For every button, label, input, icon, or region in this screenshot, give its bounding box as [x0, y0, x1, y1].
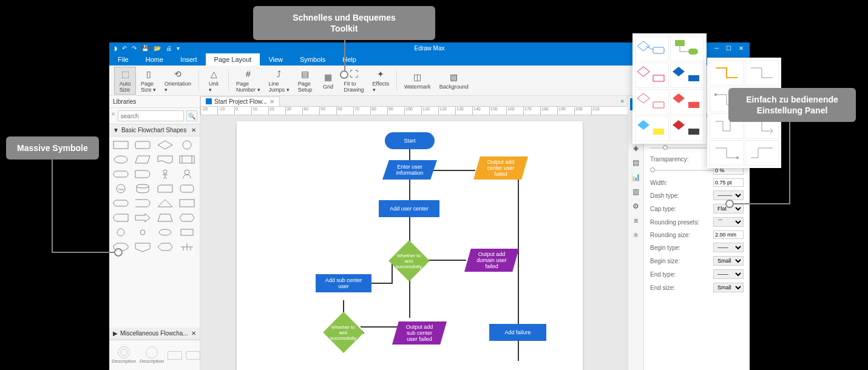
search-button[interactable]: 🔍 — [186, 110, 197, 121]
select-begint[interactable]: —— — [713, 243, 744, 252]
shape-rect3[interactable] — [178, 226, 196, 238]
select-endt[interactable]: —— — [713, 269, 744, 279]
menu-file[interactable]: File — [109, 53, 137, 66]
input-rounds[interactable] — [713, 230, 744, 239]
shape-tree[interactable] — [178, 241, 196, 253]
qat-more-icon[interactable]: ▾ — [177, 45, 180, 52]
svg-text:Yes: Yes — [118, 187, 124, 191]
shape-penta[interactable] — [134, 241, 152, 253]
shape-doc[interactable] — [156, 153, 174, 166]
svg-rect-43 — [180, 200, 194, 207]
shape-rect2[interactable] — [178, 197, 196, 209]
shape-disk[interactable] — [178, 183, 196, 195]
ribbon-orientation[interactable]: ⟲Orientation▾ — [161, 67, 195, 94]
menu-view[interactable]: View — [260, 53, 291, 66]
shape-diamond[interactable] — [156, 139, 174, 151]
label-rounds: Rounding size: — [650, 232, 690, 238]
search-input[interactable] — [118, 110, 184, 121]
strip-setting-icon[interactable]: ⚙ — [630, 200, 642, 212]
shape-oval[interactable] — [156, 226, 174, 238]
template-item[interactable] — [710, 60, 744, 86]
document-tab[interactable]: Start Project Flow... ✕ — [200, 96, 280, 106]
shape-tri[interactable] — [156, 197, 174, 209]
shape-db[interactable] — [134, 183, 152, 195]
strip-table-icon[interactable]: ▥ — [630, 186, 642, 198]
shape-yes[interactable]: Yes — [112, 183, 130, 195]
templates-flowchart — [632, 33, 707, 144]
shape-person[interactable] — [156, 168, 174, 180]
strip-page-icon[interactable]: ▤ — [630, 156, 642, 169]
strip-layers-icon[interactable]: ◈ — [630, 142, 642, 154]
select-begins[interactable]: Small — [713, 256, 744, 266]
slider-transparency[interactable] — [650, 170, 713, 171]
shape-roundrect[interactable] — [134, 139, 152, 151]
ribbon-watermark[interactable]: ◫Watermark — [401, 70, 435, 91]
shape-para[interactable] — [134, 153, 152, 166]
save-icon[interactable]: 💾 — [141, 45, 149, 52]
shape-card[interactable] — [156, 183, 174, 195]
menu-home[interactable]: Home — [137, 53, 172, 66]
shape-stored[interactable] — [178, 153, 196, 166]
undo-icon[interactable]: ↶ — [122, 45, 127, 52]
strip-more-icon[interactable]: ⚛ — [630, 229, 642, 241]
template-item[interactable] — [670, 36, 704, 61]
strip-chart-icon[interactable]: 📊 — [630, 171, 642, 183]
template-item[interactable] — [635, 116, 669, 141]
template-item[interactable] — [670, 89, 704, 115]
shape-display[interactable] — [156, 241, 174, 253]
ribbon-page-setup[interactable]: ▤PageSetup — [294, 67, 316, 94]
strip-align-icon[interactable]: ≡ — [630, 215, 642, 227]
shape-arrow[interactable] — [134, 212, 152, 224]
ribbon-page-size[interactable]: ▯PageSize ▾ — [137, 67, 160, 94]
print-icon[interactable]: 🖨 — [166, 45, 172, 52]
template-item[interactable] — [635, 89, 669, 115]
menu-page-layout[interactable]: Page Layout — [206, 53, 260, 66]
ribbon-unit[interactable]: △Unit▾ — [203, 67, 225, 94]
accordion-basic-shapes[interactable]: ▼ Basic Flowchart Shapes ✕ — [109, 124, 200, 136]
redo-icon[interactable]: ↷ — [132, 45, 137, 52]
menu-help[interactable]: Help — [334, 53, 365, 66]
shape-trap[interactable] — [156, 212, 174, 224]
minimize-icon[interactable]: ─ — [714, 45, 719, 52]
template-item[interactable] — [745, 140, 779, 166]
shape-half[interactable] — [134, 197, 152, 209]
input-width[interactable] — [713, 178, 744, 187]
shape-conn[interactable] — [112, 226, 130, 238]
close-icon[interactable]: ✕ — [739, 45, 744, 52]
menu-insert[interactable]: Insert — [172, 53, 206, 66]
open-icon[interactable]: 📂 — [154, 45, 161, 52]
maximize-icon[interactable]: ☐ — [726, 45, 731, 52]
template-item[interactable] — [635, 62, 669, 88]
shape-term[interactable] — [112, 168, 130, 180]
callout-dot — [725, 200, 734, 208]
select-ends[interactable]: Small — [713, 283, 744, 292]
ribbon-auto-size[interactable]: ⬚AutoSize — [114, 67, 136, 95]
select-dash[interactable]: ——— — [713, 190, 744, 200]
shape-small[interactable] — [134, 226, 152, 238]
panel-toggle-icon[interactable]: » — [620, 98, 624, 104]
template-item[interactable] — [670, 62, 704, 88]
menu-symbols[interactable]: Symbols — [291, 53, 334, 66]
slider-shade[interactable] — [650, 147, 713, 149]
shape-bullet[interactable] — [112, 212, 130, 224]
shape-rect[interactable] — [112, 139, 130, 151]
ribbon-grid[interactable]: ▦Grid — [317, 70, 339, 91]
shape-actor[interactable] — [178, 168, 196, 180]
canvas[interactable]: Start Enter userinformation Output addce… — [200, 115, 628, 370]
shape-circle[interactable] — [178, 139, 196, 151]
template-item[interactable] — [670, 116, 704, 141]
ribbon-page-number[interactable]: #PageNumber ▾ — [232, 67, 264, 94]
template-item[interactable] — [635, 36, 669, 61]
shape-ellipse[interactable] — [112, 153, 130, 166]
ribbon-background[interactable]: ▧Background — [436, 70, 472, 91]
shape-pill[interactable] — [112, 197, 130, 209]
template-item[interactable] — [710, 140, 744, 166]
ribbon-effects[interactable]: ✦Effects▾ — [369, 67, 393, 94]
ribbon-line-jumps[interactable]: ⤴LineJumps ▾ — [265, 67, 293, 94]
tab-close-icon[interactable]: ✕ — [270, 98, 274, 105]
accordion-misc-shapes[interactable]: ▶ Miscellaneous Flowcha... ✕ — [109, 328, 200, 340]
shape-hex[interactable] — [178, 212, 196, 224]
template-item[interactable] — [745, 60, 779, 86]
select-roundp[interactable]: ⌒ — [713, 217, 744, 227]
shape-delay[interactable] — [134, 168, 152, 180]
